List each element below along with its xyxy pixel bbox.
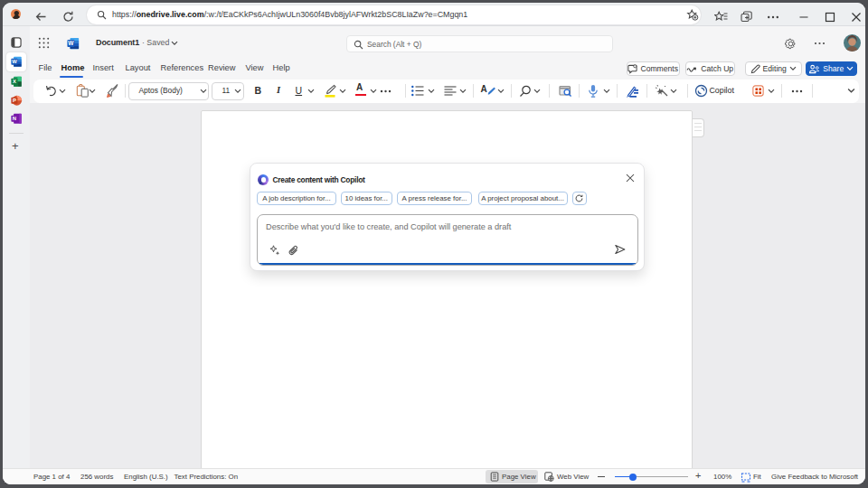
svg-text:W: W (12, 59, 17, 64)
svg-text:W: W (68, 40, 74, 46)
svg-text:N: N (13, 116, 16, 121)
svg-text:X: X (13, 79, 16, 84)
svg-text:P: P (13, 98, 16, 103)
